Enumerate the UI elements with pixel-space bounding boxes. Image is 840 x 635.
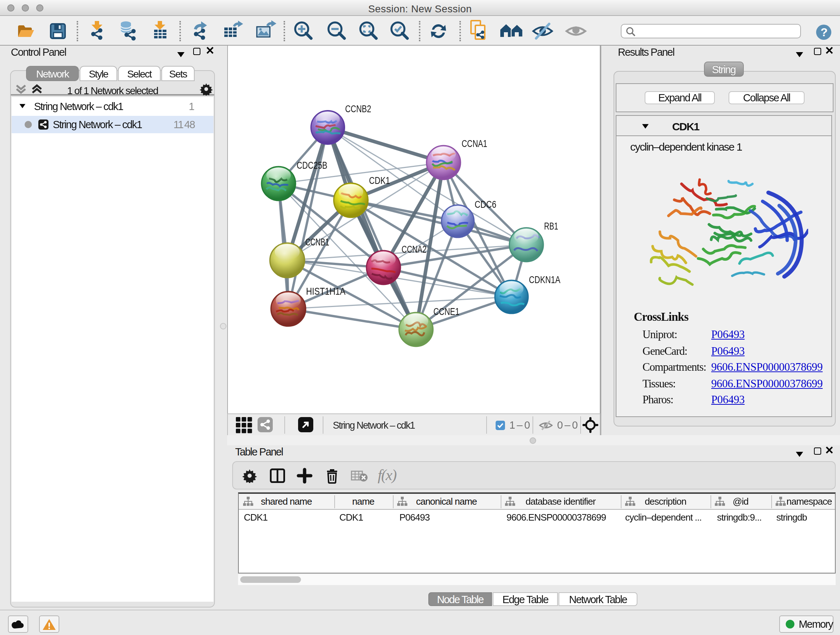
svg-text:CCNA2: CCNA2 — [401, 244, 426, 255]
svg-text:CCNB2: CCNB2 — [345, 103, 371, 114]
svg-text:HIST1H1A: HIST1H1A — [306, 286, 346, 297]
svg-text:CCNA1: CCNA1 — [462, 138, 487, 149]
svg-text:CDK1: CDK1 — [369, 175, 390, 186]
svg-text:CDKN1A: CDKN1A — [529, 274, 561, 285]
svg-text:CDC25B: CDC25B — [297, 160, 327, 171]
svg-text:CCNB1: CCNB1 — [305, 237, 329, 248]
svg-text:CDC6: CDC6 — [475, 199, 496, 210]
svg-text:RB1: RB1 — [544, 221, 558, 232]
svg-text:CCNE1: CCNE1 — [433, 306, 459, 317]
